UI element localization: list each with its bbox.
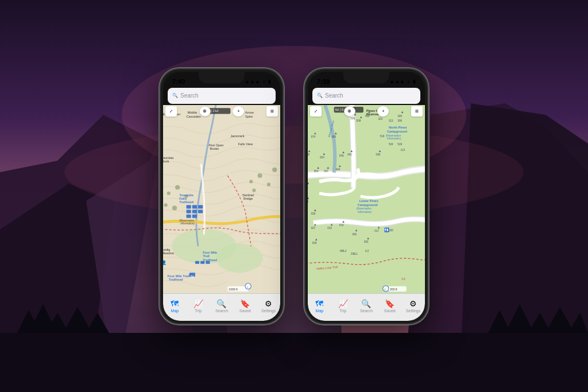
topo-map-left: Eagle Tower Middle Cascades Arrow Spire … <box>163 105 280 293</box>
phone-left-map[interactable]: Eagle Tower Middle Cascades Arrow Spire … <box>163 105 280 293</box>
phone-right: 7:39 ▲▲▲ ⌅ ▮ 🔍 Search <box>303 67 430 325</box>
svg-text:Four Mile: Four Mile <box>203 251 217 254</box>
phone-left-inner: 7:40 ▲▲▲ ⌅ ▮ 🔍 Search <box>163 72 280 321</box>
tab-saved-left[interactable]: 🔖 Saved <box>233 299 257 313</box>
phone-left-time: 7:40 <box>172 78 185 85</box>
svg-text:047: 047 <box>324 169 328 172</box>
phone-right-map-toolbar: ⤢ ⊕ + ⊞ <box>310 106 423 117</box>
svg-text:Columbia: Columbia <box>163 156 174 160</box>
svg-text:Four Mile Trail: Four Mile Trail <box>168 274 190 278</box>
layers-button-right[interactable]: ⊞ <box>411 106 423 117</box>
svg-text:043: 043 <box>339 154 344 157</box>
svg-text:TH: TH <box>191 275 195 278</box>
tab-trip-left[interactable]: 📈 Trip <box>187 299 210 313</box>
settings-tab-label-left: Settings <box>261 309 276 313</box>
settings-tab-icon-left: ⚙ <box>265 299 272 308</box>
svg-text:322: 322 <box>378 117 383 120</box>
svg-text:▲: ▲ <box>316 165 320 169</box>
phone-left-search-text: Search <box>180 92 199 99</box>
svg-text:▲: ▲ <box>315 236 318 240</box>
tab-search-left[interactable]: 🔍 Search <box>210 299 234 313</box>
map-tab-label-left: Map <box>171 309 179 313</box>
saved-tab-icon-right: 🔖 <box>385 299 394 308</box>
svg-text:Trailhead: Trailhead <box>203 258 217 261</box>
svg-text:0.6: 0.6 <box>402 278 406 281</box>
phone-right-screen: 7:39 ▲▲▲ ⌅ ▮ 🔍 Search <box>308 72 425 321</box>
svg-point-26 <box>164 203 168 207</box>
phone-right-status-icons: ▲▲▲ ⌅ ▮ <box>389 79 416 84</box>
svg-text:Five Open: Five Open <box>208 143 223 146</box>
svg-text:113: 113 <box>400 148 405 151</box>
svg-text:0.2: 0.2 <box>365 250 369 253</box>
search-tab-label-left: Search <box>215 309 228 313</box>
add-button-left[interactable]: + <box>233 106 244 117</box>
tab-map-left[interactable]: 🗺 Map <box>163 299 187 313</box>
svg-point-76 <box>245 283 251 289</box>
signal-icon: ▲▲▲ <box>245 79 260 84</box>
tab-settings-right[interactable]: ⚙ Settings <box>401 299 425 313</box>
search-icon: 🔍 <box>172 93 178 98</box>
phone-left-notch <box>199 72 245 83</box>
compass-button-left[interactable]: ⊕ <box>199 106 211 117</box>
svg-text:017: 017 <box>374 230 379 232</box>
svg-text:▲: ▲ <box>366 235 370 239</box>
svg-text:👤: 👤 <box>163 259 167 265</box>
svg-text:▲: ▲ <box>308 196 310 200</box>
phone-right-notch <box>343 72 389 83</box>
svg-text:🚻: 🚻 <box>384 227 389 232</box>
svg-text:524: 524 <box>389 142 393 145</box>
svg-text:200 ft: 200 ft <box>390 287 397 290</box>
tab-search-right[interactable]: 🔍 Search <box>355 299 378 313</box>
wifi-icon-right: ⌅ <box>407 79 411 84</box>
phone-left-search-bar[interactable]: 🔍 Search <box>168 88 276 104</box>
svg-text:015: 015 <box>339 224 344 227</box>
svg-rect-34 <box>192 205 197 208</box>
svg-text:▲: ▲ <box>350 149 353 153</box>
phone-left-tab-bar: 🗺 Map 📈 Trip 🔍 Search 🔖 Saved <box>163 293 280 321</box>
expand-button-left[interactable]: ⤢ <box>165 106 177 117</box>
tab-saved-right[interactable]: 🔖 Saved <box>378 299 401 313</box>
svg-point-27 <box>172 205 177 210</box>
tab-map-right[interactable]: 🗺 Map <box>308 299 331 313</box>
svg-rect-33 <box>187 205 191 208</box>
svg-rect-40 <box>192 214 197 218</box>
phone-right-map[interactable]: Merced River ▲ 506 ▲ 509 ▲ 400 ▲ 305 322… <box>308 105 425 293</box>
svg-text:DBL2: DBL2 <box>340 250 347 253</box>
svg-text:039: 039 <box>376 153 380 156</box>
svg-text:▲: ▲ <box>342 219 345 223</box>
svg-text:041: 041 <box>347 153 352 156</box>
svg-text:Yosemite: Yosemite <box>179 193 194 196</box>
svg-text:030: 030 <box>311 212 316 215</box>
layers-button-left[interactable]: ⊞ <box>266 106 278 117</box>
phone-right-time: 7:39 <box>317 78 330 85</box>
settings-tab-icon-right: ⚙ <box>409 299 417 308</box>
svg-text:Rock: Rock <box>163 160 169 163</box>
svg-point-29 <box>258 173 262 177</box>
svg-text:065: 065 <box>332 135 336 138</box>
svg-text:Books: Books <box>210 146 219 150</box>
svg-text:▲: ▲ <box>314 222 317 226</box>
svg-text:Trailhead: Trailhead <box>179 200 194 204</box>
add-button-right[interactable]: + <box>377 106 389 117</box>
saved-tab-label-right: Saved <box>384 309 396 313</box>
tab-settings-left[interactable]: ⚙ Settings <box>257 299 280 313</box>
saved-tab-label-left: Saved <box>239 309 251 313</box>
svg-text:▲: ▲ <box>334 131 338 135</box>
expand-button-right[interactable]: ⤢ <box>310 106 322 117</box>
svg-text:1000 ft: 1000 ft <box>229 287 238 290</box>
svg-text:313: 313 <box>389 119 393 122</box>
svg-rect-37 <box>192 209 197 213</box>
svg-text:▲: ▲ <box>322 152 326 156</box>
trip-tab-icon-left: 📈 <box>194 299 203 308</box>
svg-text:509: 509 <box>357 119 361 122</box>
svg-text:Jamcrack: Jamcrack <box>230 134 244 138</box>
svg-text:Sentinel: Sentinel <box>242 193 254 196</box>
phone-right-search-bar[interactable]: 🔍 Search <box>312 88 420 104</box>
svg-text:▲: ▲ <box>314 207 317 211</box>
tab-trip-right[interactable]: 📈 Trip <box>331 299 355 313</box>
svg-text:022: 022 <box>327 227 332 230</box>
compass-button-right[interactable]: ⊕ <box>344 106 355 117</box>
svg-text:Campground: Campground <box>387 130 408 133</box>
svg-text:▲: ▲ <box>314 131 317 135</box>
phones-container: 7:40 ▲▲▲ ⌅ ▮ 🔍 Search <box>0 0 588 392</box>
